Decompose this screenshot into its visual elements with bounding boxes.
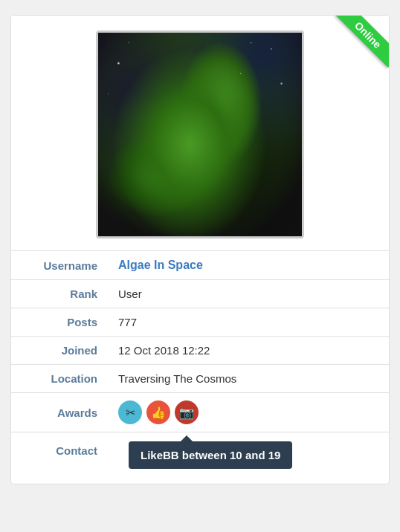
thumbsup-icon: 👍 — [151, 406, 166, 420]
likebb-tooltip: LikeBB between 10 and 19 — [129, 441, 292, 469]
joined-label: Joined — [11, 337, 108, 365]
photo-icon: 📷 — [179, 406, 194, 420]
online-status: Online — [335, 16, 389, 68]
rank-value: User — [108, 280, 389, 308]
username-value[interactable]: Algae In Space — [108, 251, 389, 280]
awards-value: ✂ 👍 📷 — [108, 393, 389, 432]
avatar — [98, 33, 302, 236]
rank-label: Rank — [11, 280, 108, 308]
awards-container: ✂ 👍 📷 — [118, 400, 378, 424]
scissors-icon: ✂ — [126, 406, 135, 420]
joined-row: Joined 12 Oct 2018 12:22 — [11, 337, 389, 365]
contact-value: LikeBB between 10 and 19 — [108, 432, 389, 477]
rank-row: Rank User — [11, 280, 389, 308]
location-value: Traversing The Cosmos — [108, 365, 389, 393]
thumbsup-award-icon[interactable]: 👍 — [146, 400, 170, 424]
info-table: Username Algae In Space Rank User Posts … — [11, 250, 389, 476]
posts-row: Posts 777 — [11, 308, 389, 337]
profile-card: Online Username Algae In Space Rank User… — [10, 15, 390, 484]
photo-award-icon[interactable]: 📷 — [175, 400, 199, 424]
joined-value: 12 Oct 2018 12:22 — [108, 337, 389, 365]
username-label: Username — [11, 251, 108, 280]
contact-label: Contact — [11, 432, 108, 477]
posts-value: 777 — [108, 308, 389, 337]
avatar-frame — [96, 30, 304, 239]
awards-label: Awards — [11, 393, 108, 432]
location-row: Location Traversing The Cosmos — [11, 365, 389, 393]
contact-row: Contact LikeBB between 10 and 19 — [11, 432, 389, 477]
online-badge: Online — [322, 16, 389, 82]
posts-label: Posts — [11, 308, 108, 337]
scissors-award-icon[interactable]: ✂ — [118, 400, 142, 424]
username-row: Username Algae In Space — [11, 251, 389, 280]
awards-row: Awards ✂ 👍 📷 — [11, 393, 389, 432]
location-label: Location — [11, 365, 108, 393]
